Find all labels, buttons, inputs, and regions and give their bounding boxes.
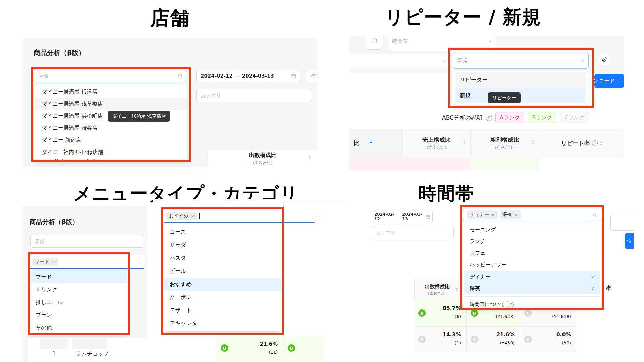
sort-carets-icon[interactable] — [370, 140, 372, 144]
category-option[interactable]: コース — [164, 226, 281, 239]
category-option[interactable]: おすすめ — [164, 278, 281, 291]
selected-tag[interactable]: フード × — [32, 258, 58, 266]
left-select[interactable] — [349, 54, 451, 69]
section-title-repeat: リピーター / 新規 — [335, 5, 590, 30]
calendar-icon — [372, 38, 377, 43]
clipped-table-header-row: 順位 商品名 — [34, 158, 187, 162]
repeat-new-select[interactable]: 新規 — [453, 53, 589, 69]
menu-type-option[interactable]: ドリンク — [30, 283, 127, 296]
repeat-option[interactable]: リピーター — [455, 72, 586, 88]
close-icon[interactable]: × — [52, 259, 55, 264]
tag-label: おすすめ — [169, 213, 188, 219]
input-fragment[interactable] — [610, 214, 634, 231]
category-option[interactable]: サラダ — [164, 239, 281, 252]
store-option[interactable]: ダイニー社内 いいね店舗 — [34, 146, 187, 158]
menu-type-option[interactable]: プラン — [30, 309, 127, 321]
table-header-cell[interactable]: 出数構成比 （出数合計） — [414, 279, 460, 301]
table-cell-green: B — [283, 336, 324, 362]
rank-c-circle-badge: C — [524, 336, 532, 343]
time-slot-select[interactable]: 時間帯 — [388, 36, 496, 51]
selected-tag[interactable]: ディナー × — [467, 210, 498, 219]
selected-tag[interactable]: 深夜 × — [500, 210, 521, 219]
table-header-cell[interactable]: リピート率 ? — [539, 129, 624, 158]
rank-b-circle-badge: B — [288, 344, 295, 352]
rank-c-circle-badge: C — [471, 336, 478, 343]
row-rank-value: 1 — [52, 350, 56, 357]
table-cell: C 14.3% (1) — [414, 327, 466, 353]
tag-label: 深夜 — [502, 212, 512, 218]
menu-type-option[interactable]: 推しエール — [30, 296, 127, 309]
question-circle-icon[interactable]: ? — [592, 140, 598, 146]
rank-b-badge: Bランク — [528, 112, 556, 123]
store-search-input[interactable]: 店舗 — [34, 70, 187, 82]
store-option[interactable]: ダイニー居酒屋 渋谷店 — [34, 122, 187, 134]
cell-subvalue: (6) — [455, 314, 461, 319]
store-option[interactable]: ダイニー居酒屋 根津店 — [34, 86, 187, 98]
time-option[interactable]: ハッピーアワー — [464, 259, 600, 271]
sort-carets-icon[interactable] — [532, 140, 534, 144]
cell-value: 0.0% — [556, 331, 571, 338]
store-dropdown: ダイニー居酒屋 根津店 ダイニー居酒屋 浅草橋店 ダイニー居酒屋 浜松町店 ダイ… — [34, 84, 187, 162]
date-range-input[interactable]: 2024-02-12 → 2024-03-13 — [196, 70, 300, 82]
download-button[interactable]: ダウンロード — [594, 74, 624, 88]
menu-type-option[interactable]: その他 — [30, 321, 127, 334]
table-header-cell-sorted[interactable]: 比 — [349, 129, 402, 158]
date-range-input[interactable]: 2024-02-12 → 2024-03-13 — [372, 210, 433, 223]
clipped-header-product: 商品名 — [85, 158, 102, 162]
time-option[interactable]: モーニング — [464, 224, 600, 236]
option-label: 深夜 — [470, 285, 480, 292]
table-header-cell[interactable]: 粗利構成比 （粗利合計） — [470, 129, 539, 158]
table-header-ghost — [40, 339, 68, 349]
time-slot-about-link[interactable]: 時間帯について ? — [464, 299, 600, 309]
chevron-down-icon — [442, 59, 447, 64]
table-header-cell[interactable]: 出数構成比 （出数合計） — [208, 150, 317, 167]
cell-value: 14.3% — [443, 331, 461, 338]
store-option[interactable]: ダイニー居酒屋 浅草橋店 — [34, 98, 187, 110]
menu-type-option[interactable]: フード — [30, 270, 127, 283]
time-select-placeholder: 時間帯 — [392, 38, 408, 45]
sort-carets-icon[interactable] — [455, 287, 458, 291]
calendar-button[interactable] — [366, 36, 383, 50]
time-slot-multiselect[interactable]: ディナー × 深夜 × — [463, 208, 601, 221]
category-option[interactable]: デキャンタ — [164, 317, 281, 330]
date-from-value: 2024-02-12 — [201, 73, 233, 79]
close-icon[interactable]: × — [191, 214, 194, 219]
sort-carets-icon[interactable] — [308, 155, 311, 159]
repeat-option[interactable]: 新規 — [455, 88, 586, 103]
tag-label: フード — [35, 259, 49, 265]
store-search-input[interactable]: 店舗 — [30, 235, 144, 248]
store-option[interactable]: ダイニー 新宿店 — [34, 134, 187, 146]
time-input-placeholder: 時間帯 — [310, 73, 317, 79]
time-option-checked[interactable]: ディナー ✓ — [464, 271, 600, 283]
category-input[interactable]: カテゴリ — [196, 89, 312, 102]
category-option[interactable]: クーポン — [164, 291, 281, 304]
cell-subvalue: (11) — [269, 350, 278, 355]
clear-filters-button[interactable] — [598, 53, 611, 66]
download-button-fragment[interactable]: ウ — [625, 233, 634, 249]
rank-c-badge: Cランク — [560, 112, 589, 123]
time-option[interactable]: カフェ — [464, 247, 600, 259]
category-option[interactable]: ビール — [164, 265, 281, 278]
close-icon[interactable]: × — [491, 212, 495, 217]
time-option-checked[interactable]: 深夜 ✓ — [464, 283, 600, 294]
category-tag-input[interactable]: おすすめ × — [164, 209, 315, 223]
category-option[interactable]: デザート — [164, 304, 281, 317]
time-option[interactable]: ランチ — [464, 236, 600, 247]
category-option[interactable]: パスタ — [164, 252, 281, 265]
time-slot-input[interactable]: 時間帯 — [306, 70, 317, 82]
question-circle-icon[interactable]: ? — [486, 115, 492, 121]
category-input[interactable]: カテゴリ — [372, 226, 454, 239]
close-icon[interactable]: × — [514, 212, 518, 217]
question-circle-icon[interactable]: ? — [508, 302, 514, 307]
sort-carets-icon[interactable] — [600, 141, 602, 145]
sort-carets-icon[interactable] — [463, 140, 466, 144]
menu-type-input[interactable]: フード × — [30, 255, 144, 269]
selected-tag[interactable]: おすすめ × — [166, 212, 197, 220]
time-slot-panel: 2024-02-12 → 2024-03-13 カテゴリ ウ 出数構成比 （出数… — [324, 205, 634, 359]
clipped-column-title: 比 — [354, 139, 360, 147]
table-header-cell[interactable]: 売上構成比 （売上合計） — [402, 129, 470, 158]
rank-c-circle-badge: C — [524, 309, 532, 317]
column-title: 出数構成比 — [425, 284, 450, 290]
column-subtitle: （売上合計） — [425, 145, 449, 150]
table-row-cell-white — [539, 158, 624, 170]
